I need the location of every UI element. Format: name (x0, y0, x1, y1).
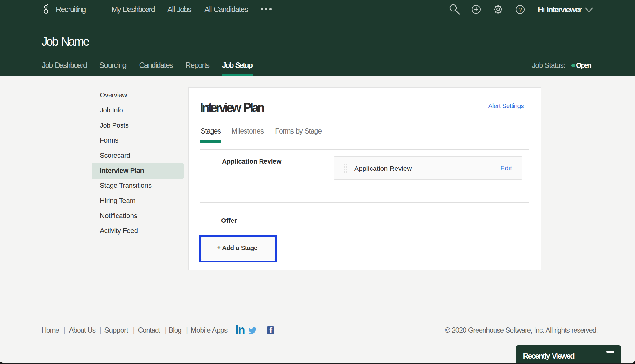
svg-text:?: ? (518, 7, 522, 13)
